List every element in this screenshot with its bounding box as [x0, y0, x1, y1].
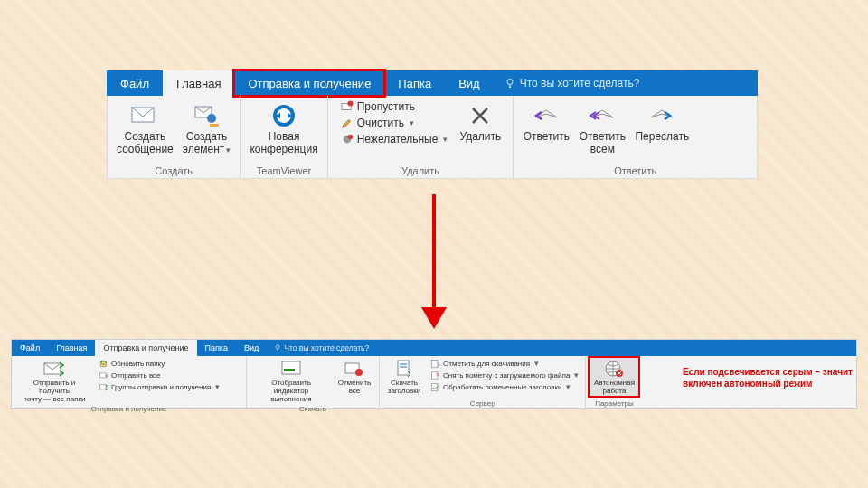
group-create-label: Создать — [113, 164, 234, 176]
new-mail-button[interactable]: Создать сообщение — [113, 99, 177, 157]
unmark-button[interactable]: Снять пометку с загружаемого файла▾ — [429, 370, 581, 381]
send-receive-all-button[interactable]: Отправить и получить почту — все папки — [15, 358, 93, 404]
group-teamviewer-label: TeamViewer — [246, 164, 321, 176]
reply-label: Ответить — [524, 130, 570, 143]
group-delete-label: Удалить — [334, 164, 508, 176]
process-icon — [431, 383, 440, 392]
teamviewer-icon — [270, 101, 297, 130]
svg-point-12 — [276, 345, 279, 349]
show-progress-button[interactable]: Отобразить индикатор выполнения — [250, 358, 332, 404]
send-all-button[interactable]: Отправить все — [97, 370, 222, 381]
junk-button[interactable]: Нежелательные▾ — [337, 132, 452, 146]
refresh-icon — [99, 360, 108, 369]
arrow-icon — [430, 194, 438, 325]
group-respond-label: Ответить — [519, 164, 751, 176]
new-items-icon — [193, 101, 221, 130]
tab-send-receive-bot[interactable]: Отправка и получение — [95, 340, 196, 356]
tab-home[interactable]: Главная — [163, 70, 234, 96]
arrow-head-icon — [421, 307, 447, 329]
group-preferences: Автономная работа Параметры — [586, 356, 642, 408]
svg-point-8 — [347, 100, 353, 106]
reply-button[interactable]: Ответить — [519, 99, 573, 145]
progress-icon — [281, 359, 301, 379]
unmark-icon — [431, 371, 440, 380]
download-headers-label: Скачать заголовки — [388, 379, 421, 395]
svg-point-10 — [348, 135, 353, 139]
group-server-label: Сервер — [383, 399, 581, 408]
ignore-button[interactable]: Пропустить — [337, 99, 452, 114]
tab-file-bot[interactable]: Файл — [12, 340, 48, 356]
cleanup-icon — [341, 117, 354, 129]
send-icon — [99, 371, 108, 380]
mark-download-label: Отметить для скачивания — [443, 358, 530, 370]
forward-label: Переслать — [635, 130, 689, 143]
work-offline-label: Автономная работа — [594, 379, 635, 395]
new-mail-icon — [131, 101, 158, 130]
svg-point-0 — [507, 80, 513, 85]
tell-me-label: Что вы хотите сделать? — [520, 77, 640, 89]
group-create: Создать сообщение Создать элемент▾ Созда… — [108, 96, 241, 178]
reply-all-label: Ответить всем — [580, 130, 626, 155]
work-offline-icon — [604, 359, 624, 379]
update-folder-button[interactable]: Обновить папку — [97, 358, 222, 370]
work-offline-button[interactable]: Автономная работа — [590, 358, 638, 396]
process-marked-button[interactable]: Обработать помеченные заголовки▾ — [429, 381, 581, 393]
tell-me-search[interactable]: Что вы хотите сделать? — [494, 70, 651, 96]
reply-all-icon — [589, 101, 616, 130]
tab-folder[interactable]: Папка — [384, 70, 445, 96]
svg-rect-22 — [432, 360, 438, 367]
annotation-text: Если подсвечивается серым – значит включ… — [683, 366, 854, 389]
new-items-button[interactable]: Создать элемент▾ — [179, 99, 235, 158]
lightbulb-icon — [505, 78, 515, 89]
forward-button[interactable]: Переслать — [631, 99, 693, 145]
show-progress-label: Отобразить индикатор выполнения — [253, 379, 329, 403]
svg-point-3 — [207, 114, 216, 123]
reply-icon — [533, 101, 560, 130]
group-teamviewer: Новая конференция TeamViewer — [241, 96, 327, 178]
new-meeting-label: Новая конференция — [250, 130, 317, 155]
svg-point-20 — [355, 369, 363, 376]
tab-view-bot[interactable]: Вид — [236, 340, 267, 356]
mark-download-button[interactable]: Отметить для скачивания▾ — [429, 358, 581, 370]
ignore-icon — [341, 100, 354, 113]
send-receive-all-icon — [43, 359, 65, 379]
cancel-all-icon — [344, 359, 364, 379]
new-mail-label: Создать сообщение — [117, 130, 174, 155]
svg-rect-17 — [282, 361, 300, 374]
tab-send-receive[interactable]: Отправка и получение — [234, 70, 384, 96]
group-respond: Ответить Ответить всем Переслать Ответит… — [514, 96, 757, 178]
group-preferences-label: Параметры — [590, 399, 638, 408]
process-marked-label: Обработать помеченные заголовки — [443, 381, 561, 393]
download-headers-icon — [396, 359, 412, 379]
group-download-label: Скачать — [250, 404, 375, 413]
cleanup-button[interactable]: Очистить▾ — [337, 116, 452, 130]
groups-icon — [99, 383, 108, 392]
reply-all-button[interactable]: Ответить всем — [575, 99, 629, 157]
junk-icon — [341, 133, 354, 145]
junk-label: Нежелательные — [357, 133, 439, 145]
delete-icon — [468, 101, 492, 130]
tab-folder-bot[interactable]: Папка — [197, 340, 237, 356]
lightbulb-icon — [274, 344, 281, 352]
group-delete: Пропустить Очистить▾ Нежелательные▾ — [328, 96, 514, 178]
tab-bar: Файл Главная Отправка и получение Папка … — [107, 70, 758, 96]
cancel-all-button[interactable]: Отменить все — [334, 358, 375, 396]
cleanup-label: Очистить — [357, 117, 404, 129]
mark-icon — [431, 360, 440, 369]
tell-me-search-bot[interactable]: Что вы хотите сделать? — [267, 340, 376, 356]
delete-button[interactable]: Удалить — [453, 99, 507, 145]
send-receive-groups-label: Группы отправки и получения — [111, 381, 211, 393]
tab-view[interactable]: Вид — [445, 70, 494, 96]
svg-rect-18 — [284, 369, 295, 371]
ignore-label: Пропустить — [357, 100, 415, 113]
new-meeting-button[interactable]: Новая конференция — [246, 99, 321, 157]
send-receive-groups-button[interactable]: Группы отправки и получения▾ — [97, 381, 222, 393]
tab-file[interactable]: Файл — [107, 70, 163, 96]
update-folder-label: Обновить папку — [111, 358, 165, 370]
group-download: Отобразить индикатор выполнения Отменить… — [247, 356, 380, 408]
svg-rect-4 — [210, 124, 219, 127]
tab-home-bot[interactable]: Главная — [48, 340, 95, 356]
download-headers-button[interactable]: Скачать заголовки — [383, 358, 425, 396]
delete-label: Удалить — [459, 130, 501, 143]
ribbon-body: Создать сообщение Создать элемент▾ Созда… — [107, 96, 758, 179]
